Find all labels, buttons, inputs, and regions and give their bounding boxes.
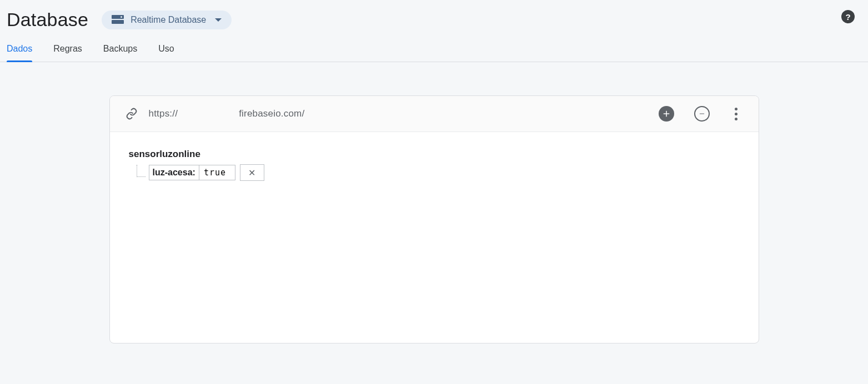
chevron-down-icon xyxy=(215,18,222,22)
tab-dados[interactable]: Dados xyxy=(7,44,32,62)
child-value-input[interactable] xyxy=(199,165,235,180)
tab-bar: Dados Regras Backups Uso xyxy=(0,31,868,62)
data-card: https://firebaseio.com/ sensorluzonline xyxy=(109,95,759,343)
database-url[interactable]: https://firebaseio.com/ xyxy=(149,108,659,119)
tree-child-row: luz-acesa: ✕ xyxy=(137,164,740,181)
help-icon[interactable]: ? xyxy=(841,10,855,23)
more-options-button[interactable] xyxy=(730,108,743,120)
tab-uso[interactable]: Uso xyxy=(158,44,174,62)
tab-regras[interactable]: Regras xyxy=(53,44,82,62)
add-node-button[interactable] xyxy=(659,106,674,122)
tree-view: sensorluzonline luz-acesa: ✕ xyxy=(110,132,759,343)
database-icon xyxy=(112,15,124,25)
url-suffix: firebaseio.com/ xyxy=(239,108,304,119)
tree-root-node[interactable]: sensorluzonline xyxy=(129,149,740,160)
child-key-label[interactable]: luz-acesa: xyxy=(149,165,199,180)
tab-backups[interactable]: Backups xyxy=(103,44,137,62)
database-selector-label: Realtime Database xyxy=(131,15,206,25)
page-title: Database xyxy=(7,9,88,31)
database-type-selector[interactable]: Realtime Database xyxy=(102,11,232,29)
card-header: https://firebaseio.com/ xyxy=(110,96,759,132)
remove-node-button[interactable] xyxy=(694,106,710,122)
delete-child-button[interactable]: ✕ xyxy=(240,164,264,181)
url-prefix: https:// xyxy=(149,108,178,119)
tree-connector-icon xyxy=(137,165,145,177)
link-icon xyxy=(126,108,138,120)
